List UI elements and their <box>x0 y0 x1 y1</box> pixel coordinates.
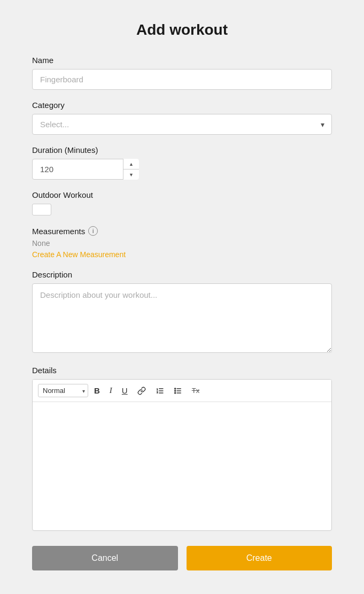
name-input[interactable] <box>32 69 332 90</box>
outdoor-workout-checkbox-wrapper <box>32 204 332 215</box>
link-icon <box>137 387 146 395</box>
category-select-wrapper: Select... Strength Cardio Flexibility Ba… <box>32 114 332 135</box>
duration-decrement-button[interactable]: ▼ <box>123 169 139 180</box>
cancel-button[interactable]: Cancel <box>32 546 178 570</box>
underline-button[interactable]: U <box>118 384 131 397</box>
description-textarea[interactable] <box>32 283 332 353</box>
svg-point-8 <box>174 392 175 394</box>
unordered-list-icon <box>174 387 182 395</box>
editor-toolbar: Normal Heading 1 Heading 2 Heading 3 ▾ B… <box>33 380 331 402</box>
duration-increment-button[interactable]: ▲ <box>123 159 139 169</box>
outdoor-workout-field-group: Outdoor Workout <box>32 190 332 215</box>
measurements-info-icon[interactable]: i <box>88 226 98 236</box>
italic-button[interactable]: I <box>106 384 116 397</box>
svg-point-6 <box>174 388 175 389</box>
category-label: Category <box>32 101 332 110</box>
duration-field-group: Duration (Minutes) ▲ ▼ <box>32 145 332 180</box>
svg-point-7 <box>174 390 175 391</box>
unordered-list-button[interactable] <box>170 384 186 397</box>
measurements-label: Measurements <box>32 227 85 236</box>
description-field-group: Description <box>32 270 332 355</box>
style-select-wrapper: Normal Heading 1 Heading 2 Heading 3 ▾ <box>38 384 88 397</box>
create-button[interactable]: Create <box>187 546 332 570</box>
measurements-field-group: Measurements i None Create A New Measure… <box>32 226 332 259</box>
duration-spinner: ▲ ▼ <box>123 159 139 180</box>
page-title: Add workout <box>32 21 332 38</box>
details-editor: Normal Heading 1 Heading 2 Heading 3 ▾ B… <box>32 379 332 531</box>
name-label: Name <box>32 56 332 65</box>
category-field-group: Category Select... Strength Cardio Flexi… <box>32 101 332 135</box>
style-select[interactable]: Normal Heading 1 Heading 2 Heading 3 <box>38 384 88 397</box>
details-label: Details <box>32 366 332 375</box>
description-label: Description <box>32 270 332 279</box>
details-editor-content[interactable] <box>33 402 331 530</box>
name-field-group: Name <box>32 56 332 90</box>
duration-input-wrapper: ▲ ▼ <box>32 159 139 180</box>
button-row: Cancel Create <box>32 546 332 570</box>
ordered-list-button[interactable] <box>152 384 168 397</box>
outdoor-workout-label: Outdoor Workout <box>32 190 332 199</box>
measurements-label-row: Measurements i <box>32 226 332 236</box>
ordered-list-icon <box>156 387 164 395</box>
clear-format-button[interactable]: Tx <box>188 384 203 397</box>
create-measurement-link[interactable]: Create A New Measurement <box>32 250 126 259</box>
outdoor-workout-checkbox[interactable] <box>32 204 51 215</box>
details-field-group: Details Normal Heading 1 Heading 2 Headi… <box>32 366 332 531</box>
measurements-none-text: None <box>32 239 332 248</box>
category-select[interactable]: Select... Strength Cardio Flexibility Ba… <box>32 114 332 135</box>
link-button[interactable] <box>134 384 150 397</box>
bold-button[interactable]: B <box>90 384 104 397</box>
duration-label: Duration (Minutes) <box>32 145 332 155</box>
